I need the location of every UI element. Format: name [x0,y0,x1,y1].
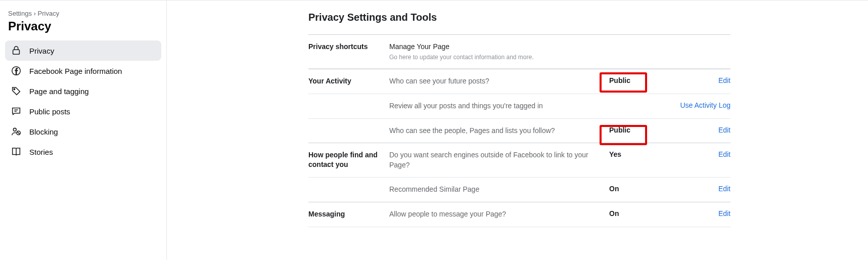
facebook-icon [10,65,22,77]
svg-point-2 [14,89,15,90]
sidebar: Settings › Privacy Privacy Privacy Faceb… [0,1,167,260]
section-label: Privacy shortcuts [308,42,389,52]
row-value: On [609,209,665,218]
block-user-icon [10,125,22,138]
edit-link[interactable]: Edit [718,185,730,193]
sidebar-item-blocking[interactable]: Blocking [5,121,161,142]
svg-point-3 [13,128,16,131]
row-desc[interactable]: Manage Your Page Go here to update your … [389,42,609,61]
sidebar-item-page-info[interactable]: Facebook Page information [5,61,161,81]
sidebar-item-label: Public posts [29,107,70,116]
sidebar-item-label: Facebook Page information [29,67,122,75]
row-desc: Do you want search engines outside of Fa… [389,150,609,170]
book-icon [10,146,22,158]
comment-icon [10,105,22,117]
edit-link[interactable]: Edit [718,150,730,158]
sidebar-item-privacy[interactable]: Privacy [5,40,161,61]
row-subtext: Go here to update your contact informati… [389,53,609,62]
sidebar-item-label: Blocking [29,127,58,136]
sidebar-item-stories[interactable]: Stories [5,142,161,162]
sidebar-item-public-posts[interactable]: Public posts [5,101,161,121]
section-label: Your Activity [308,76,389,86]
section-label: Messaging [308,209,389,219]
main-title: Privacy Settings and Tools [308,12,730,23]
section-label: How people find and contact you [308,150,389,169]
edit-link[interactable]: Edit [718,76,730,84]
breadcrumb: Settings › Privacy [5,10,161,17]
svg-rect-0 [13,50,20,54]
row-desc: Recommended Similar Page [389,185,609,195]
section-privacy-shortcuts: Privacy shortcuts Manage Your Page Go he… [308,34,730,69]
row-value: Yes [609,150,665,158]
row-value: Public [609,126,665,134]
sidebar-item-tagging[interactable]: Page and tagging [5,81,161,101]
row-value: Public [609,76,665,84]
row-desc: Who can see your future posts? [389,76,609,86]
row-value: On [609,185,665,193]
section-your-activity: Your Activity Who can see your future po… [308,69,730,143]
tag-icon [10,85,22,97]
edit-link[interactable]: Edit [718,126,730,134]
sidebar-item-label: Privacy [29,47,54,55]
edit-link[interactable]: Edit [718,209,730,218]
sidebar-item-label: Page and tagging [29,87,89,96]
section-messaging: Messaging Allow people to message your P… [308,202,730,227]
sidebar-item-label: Stories [29,148,53,156]
row-desc: Allow people to message your Page? [389,209,609,220]
row-desc: Review all your posts and things you're … [389,101,609,111]
page-title: Privacy [5,19,161,33]
lock-icon [10,45,22,57]
main-panel: Privacy Settings and Tools Privacy short… [167,1,868,260]
activity-log-link[interactable]: Use Activity Log [680,101,730,109]
manage-page-link[interactable]: Manage Your Page [389,42,609,52]
section-find-contact: How people find and contact you Do you w… [308,143,730,202]
row-desc: Who can see the people, Pages and lists … [389,126,609,136]
